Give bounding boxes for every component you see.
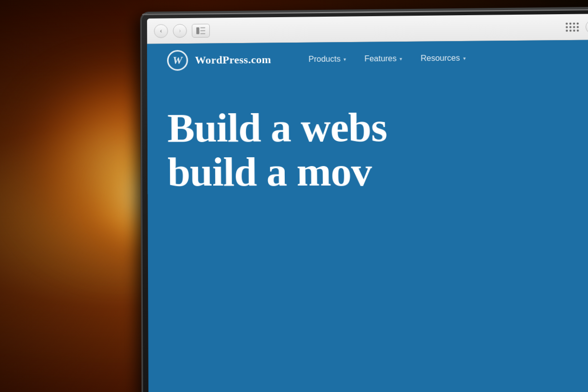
forward-button[interactable]: › bbox=[173, 24, 187, 37]
products-dropdown-arrow: ▾ bbox=[343, 56, 346, 62]
hero-line-1: Build a webs bbox=[167, 104, 588, 150]
nav-item-products[interactable]: Products ▾ bbox=[301, 50, 353, 68]
back-button[interactable]: ‹ bbox=[154, 24, 168, 38]
hero-line-2: build a mov bbox=[168, 149, 588, 194]
sidebar-icon bbox=[196, 27, 205, 34]
svg-rect-2 bbox=[200, 30, 205, 31]
svg-rect-0 bbox=[196, 27, 199, 34]
wordpress-logo-icon: W bbox=[167, 50, 188, 71]
sidebar-toggle-button[interactable] bbox=[192, 24, 210, 37]
wordpress-logo[interactable]: W WordPress.com bbox=[167, 49, 271, 71]
perspective-wrapper: ‹ › bbox=[0, 0, 588, 392]
hero-text: Build a webs build a mov bbox=[167, 104, 588, 194]
nav-products-label: Products bbox=[309, 54, 341, 64]
back-icon: ‹ bbox=[160, 27, 162, 35]
features-dropdown-arrow: ▾ bbox=[400, 56, 402, 61]
browser-right-controls: + bbox=[564, 20, 588, 34]
wordpress-logo-text: WordPress.com bbox=[195, 53, 271, 67]
wordpress-navbar: W WordPress.com Products ▾ Features ▾ bbox=[147, 40, 588, 77]
forward-icon: › bbox=[179, 27, 181, 35]
nav-resources-label: Resources bbox=[420, 53, 460, 63]
nav-item-features[interactable]: Features ▾ bbox=[357, 50, 410, 67]
nav-features-label: Features bbox=[365, 54, 397, 64]
svg-rect-1 bbox=[200, 27, 205, 28]
browser-chrome: ‹ › bbox=[147, 14, 588, 44]
grid-icon bbox=[565, 22, 579, 31]
grid-view-button[interactable] bbox=[564, 20, 580, 34]
wp-symbol: W bbox=[172, 54, 182, 67]
svg-rect-3 bbox=[200, 33, 205, 34]
new-tab-button[interactable]: + bbox=[586, 20, 588, 34]
screen: ‹ › bbox=[147, 14, 588, 392]
resources-dropdown-arrow: ▾ bbox=[463, 55, 466, 61]
hero-section: Build a webs build a mov bbox=[147, 74, 588, 194]
browser-spacer bbox=[215, 27, 558, 30]
device-frame: ‹ › bbox=[140, 7, 588, 392]
nav-item-resources[interactable]: Resources ▾ bbox=[414, 49, 473, 67]
website-content: W WordPress.com Products ▾ Features ▾ bbox=[147, 40, 588, 392]
navbar-items: Products ▾ Features ▾ Resources ▾ bbox=[301, 49, 473, 68]
